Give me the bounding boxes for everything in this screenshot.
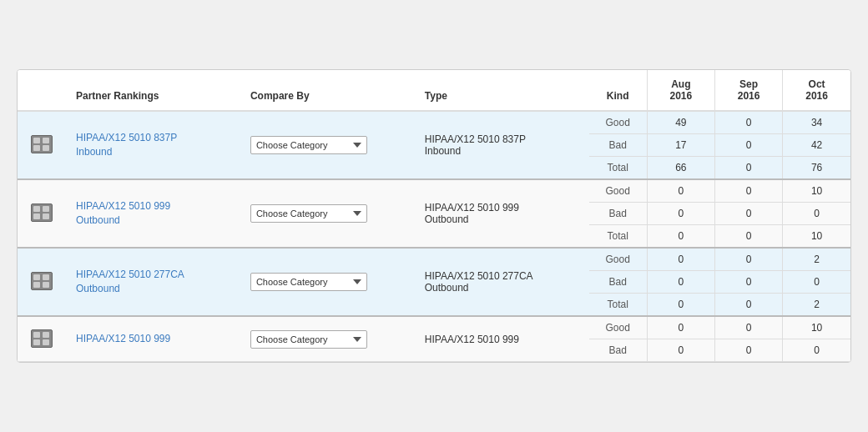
type-cell: HIPAA/X12 5010 999Outbound [415, 179, 589, 248]
table-row: HIPAA/X12 5010 999OutboundChoose Categor… [18, 179, 850, 203]
kind-cell: Good [589, 248, 648, 271]
aug-value: 0 [647, 339, 714, 362]
aug-2016-header: Aug2016 [647, 70, 714, 111]
svg-rect-13 [43, 332, 49, 338]
partner-link[interactable]: HIPAA/X12 5010 999Outbound [76, 200, 170, 226]
partner-rankings-table: Partner Rankings Compare By Type Kind Au… [18, 70, 850, 362]
compare-by-header: Compare By [240, 70, 415, 111]
partner-link[interactable]: HIPAA/X12 5010 999 [76, 333, 170, 344]
compare-by-cell: Choose CategoryCategory 1Category 2Categ… [240, 111, 415, 179]
icon-cell [18, 179, 66, 248]
kind-cell: Good [589, 111, 648, 134]
kind-cell: Bad [589, 271, 648, 294]
icon-cell [18, 248, 66, 316]
grid-icon [31, 272, 53, 290]
svg-rect-5 [43, 206, 49, 212]
oct-value: 10 [783, 179, 850, 203]
type-cell: HIPAA/X12 5010 999 [415, 316, 589, 362]
sep-value: 0 [714, 294, 782, 317]
kind-header: Kind [589, 70, 648, 111]
aug-value: 17 [647, 134, 714, 157]
aug-value: 0 [647, 271, 714, 294]
main-container: Partner Rankings Compare By Type Kind Au… [17, 69, 851, 363]
sep-value: 0 [714, 248, 782, 271]
type-header: Type [415, 70, 589, 111]
oct-value: 0 [783, 339, 850, 362]
compare-by-cell: Choose CategoryCategory 1Category 2Categ… [240, 248, 415, 316]
svg-rect-15 [43, 339, 49, 345]
table-row: HIPAA/X12 5010 277CAOutboundChoose Categ… [18, 248, 850, 271]
svg-rect-10 [33, 282, 40, 288]
svg-rect-7 [43, 213, 49, 219]
aug-value: 49 [647, 111, 714, 134]
sep-value: 0 [714, 316, 782, 339]
aug-value: 0 [647, 248, 714, 271]
sep-value: 0 [714, 179, 782, 203]
icon-cell [18, 111, 66, 179]
sep-value: 0 [714, 111, 782, 134]
aug-value: 0 [647, 179, 714, 203]
kind-cell: Good [589, 179, 648, 203]
sep-value: 0 [714, 225, 782, 249]
aug-value: 66 [647, 157, 714, 180]
oct-value: 42 [783, 134, 850, 157]
kind-cell: Bad [589, 203, 648, 225]
oct-value: 10 [783, 225, 850, 249]
partner-link[interactable]: HIPAA/X12 5010 277CAOutbound [76, 269, 184, 294]
grid-icon [31, 329, 53, 348]
type-cell: HIPAA/X12 5010 277CAOutbound [415, 248, 589, 316]
table-row: HIPAA/X12 5010 837PInboundChoose Categor… [18, 111, 850, 134]
partner-link[interactable]: HIPAA/X12 5010 837PInbound [76, 132, 177, 158]
oct-value: 34 [783, 111, 850, 134]
svg-rect-3 [43, 145, 49, 151]
oct-2016-header: Oct2016 [783, 70, 850, 111]
sep-value: 0 [714, 157, 782, 180]
kind-cell: Total [589, 157, 648, 180]
oct-value: 2 [783, 248, 850, 271]
partner-name-cell: HIPAA/X12 5010 277CAOutbound [66, 248, 240, 316]
partner-name-cell: HIPAA/X12 5010 837PInbound [66, 111, 240, 179]
svg-rect-1 [43, 138, 49, 143]
compare-by-cell: Choose CategoryCategory 1Category 2Categ… [240, 316, 415, 362]
category-select[interactable]: Choose CategoryCategory 1Category 2Categ… [250, 136, 367, 154]
partner-rankings-header: Partner Rankings [66, 70, 240, 111]
sep-value: 0 [714, 271, 782, 294]
category-select[interactable]: Choose CategoryCategory 1Category 2Categ… [250, 330, 367, 349]
icon-cell [18, 316, 66, 362]
oct-value: 2 [783, 294, 850, 317]
svg-rect-9 [43, 274, 49, 280]
type-cell: HIPAA/X12 5010 837PInbound [415, 111, 589, 179]
kind-cell: Good [589, 316, 648, 339]
kind-cell: Total [589, 294, 648, 317]
sep-value: 0 [714, 203, 782, 225]
grid-icon [31, 135, 53, 153]
partner-name-cell: HIPAA/X12 5010 999Outbound [66, 179, 240, 248]
sep-value: 0 [714, 339, 782, 362]
sep-2016-header: Sep2016 [714, 70, 782, 111]
kind-cell: Bad [589, 134, 648, 157]
category-select[interactable]: Choose CategoryCategory 1Category 2Categ… [250, 204, 367, 223]
category-select[interactable]: Choose CategoryCategory 1Category 2Categ… [250, 273, 367, 291]
aug-value: 0 [647, 294, 714, 317]
partner-name-cell: HIPAA/X12 5010 999 [66, 316, 240, 362]
compare-by-cell: Choose CategoryCategory 1Category 2Categ… [240, 179, 415, 248]
table-row: HIPAA/X12 5010 999Choose CategoryCategor… [18, 316, 850, 339]
sep-value: 0 [714, 134, 782, 157]
oct-value: 10 [783, 316, 850, 339]
aug-value: 0 [647, 316, 714, 339]
svg-rect-8 [33, 274, 40, 280]
svg-rect-0 [33, 138, 40, 143]
svg-rect-12 [33, 332, 40, 338]
svg-rect-14 [33, 339, 40, 345]
aug-value: 0 [647, 203, 714, 225]
icon-col-header [18, 70, 66, 111]
kind-cell: Bad [589, 339, 648, 362]
svg-rect-4 [33, 206, 40, 212]
aug-value: 0 [647, 225, 714, 249]
grid-icon [31, 203, 53, 222]
svg-rect-11 [43, 282, 49, 288]
oct-value: 0 [783, 271, 850, 294]
oct-value: 76 [783, 157, 850, 180]
svg-rect-6 [33, 213, 40, 219]
svg-rect-2 [33, 145, 40, 151]
